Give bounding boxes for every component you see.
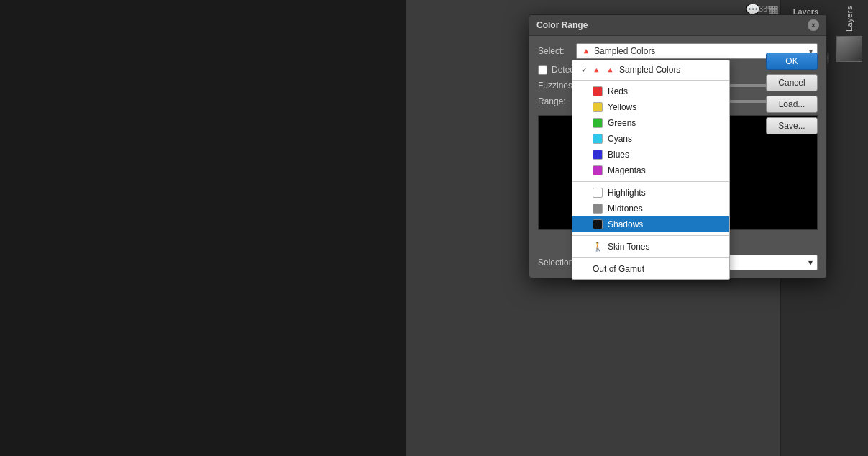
close-button[interactable]: × (808, 19, 819, 31)
ok-button[interactable]: OK (766, 53, 818, 70)
menu-item-magentas[interactable]: Magentas (572, 163, 729, 178)
preview-chevron-icon: ▾ (808, 257, 813, 268)
skin-tones-label: Skin Tones (608, 242, 649, 252)
layer-preview-thumb (836, 36, 862, 62)
eyedropper-icon-small: 🔺 (581, 47, 591, 56)
menu-item-blues[interactable]: Blues (572, 147, 729, 163)
cyans-swatch (593, 134, 603, 144)
menu-item-shadows[interactable]: Shadows (572, 216, 729, 232)
highlights-label: Highlights (608, 188, 646, 198)
load-button[interactable]: Load... (766, 96, 818, 113)
dialog-buttons: OK Cancel Load... Save... (766, 53, 818, 134)
blues-swatch (593, 150, 603, 160)
save-button[interactable]: Save... (766, 117, 818, 134)
menu-separator-4 (572, 257, 729, 258)
midtones-swatch (593, 204, 603, 214)
sampled-colors-label: Sampled Colors (619, 65, 680, 75)
shadows-swatch (593, 219, 603, 229)
select-label: Select: (538, 46, 570, 56)
greens-swatch (593, 118, 603, 128)
blues-label: Blues (608, 150, 629, 160)
dialog-titlebar: Color Range × (529, 15, 826, 36)
cyans-label: Cyans (608, 134, 632, 144)
menu-item-highlights[interactable]: Highlights (572, 185, 729, 201)
yellows-label: Yellows (608, 102, 636, 112)
menu-separator-1 (572, 80, 729, 81)
right-icon-panel: Layers (831, 0, 868, 456)
shadows-label: Shadows (608, 219, 643, 229)
eyedropper-2-icon: 🔺 (606, 66, 614, 74)
midtones-label: Midtones (608, 204, 643, 214)
detect-faces-checkbox[interactable] (538, 65, 547, 75)
canvas-area (0, 0, 406, 456)
color-range-dropdown: 🔺 🔺 Sampled Colors Reds Yellows Greens C… (572, 60, 730, 280)
magentas-swatch (593, 165, 603, 175)
eyedropper-1-icon: 🔺 (592, 66, 600, 74)
highlights-swatch (593, 188, 603, 198)
reds-label: Reds (608, 86, 628, 96)
select-value: 🔺 Sampled Colors (581, 46, 655, 56)
menu-item-sampled-colors[interactable]: 🔺 🔺 Sampled Colors (572, 63, 729, 77)
magentas-label: Magentas (608, 165, 646, 175)
menu-item-reds[interactable]: Reds (572, 83, 729, 99)
reds-swatch (593, 86, 603, 96)
menu-item-midtones[interactable]: Midtones (572, 201, 729, 216)
layers-panel-label[interactable]: Layers (845, 6, 854, 32)
cancel-button[interactable]: Cancel (766, 74, 818, 91)
dialog-title: Color Range (536, 20, 588, 30)
greens-label: Greens (608, 118, 636, 128)
menu-separator-3 (572, 235, 729, 236)
menu-item-cyans[interactable]: Cyans (572, 131, 729, 147)
menu-item-yellows[interactable]: Yellows (572, 99, 729, 115)
person-icon: 🚶 (593, 242, 603, 252)
menu-item-skin-tones[interactable]: 🚶 Skin Tones (572, 239, 729, 255)
menu-item-out-of-gamut[interactable]: Out of Gamut (572, 261, 729, 277)
yellows-swatch (593, 102, 603, 112)
menu-separator-2 (572, 181, 729, 182)
menu-item-greens[interactable]: Greens (572, 115, 729, 131)
out-of-gamut-label: Out of Gamut (593, 264, 644, 274)
